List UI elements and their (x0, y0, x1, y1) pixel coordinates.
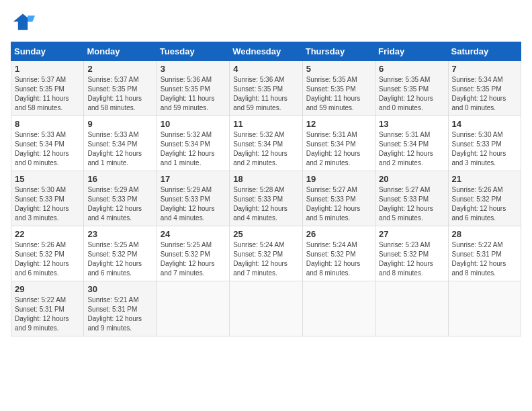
calendar-cell: 1Sunrise: 5:37 AM Sunset: 5:35 PM Daylig… (11, 61, 84, 116)
day-info: Sunrise: 5:22 AM Sunset: 5:31 PM Dayligh… (452, 240, 517, 278)
calendar-table: SundayMondayTuesdayWednesdayThursdayFrid… (11, 42, 521, 336)
day-info: Sunrise: 5:37 AM Sunset: 5:35 PM Dayligh… (15, 75, 80, 113)
calendar-cell (448, 281, 521, 336)
day-number: 7 (452, 64, 517, 74)
calendar-cell: 20Sunrise: 5:27 AM Sunset: 5:33 PM Dayli… (375, 171, 448, 226)
day-info: Sunrise: 5:25 AM Sunset: 5:32 PM Dayligh… (161, 240, 226, 278)
day-number: 27 (379, 229, 444, 239)
calendar-cell: 25Sunrise: 5:24 AM Sunset: 5:32 PM Dayli… (230, 226, 302, 281)
day-number: 1 (15, 64, 80, 74)
day-number: 19 (306, 174, 371, 184)
day-info: Sunrise: 5:27 AM Sunset: 5:33 PM Dayligh… (306, 185, 371, 223)
day-info: Sunrise: 5:31 AM Sunset: 5:34 PM Dayligh… (306, 130, 371, 168)
calendar-cell: 8Sunrise: 5:33 AM Sunset: 5:34 PM Daylig… (11, 116, 84, 171)
calendar-cell: 30Sunrise: 5:21 AM Sunset: 5:31 PM Dayli… (84, 281, 157, 336)
day-info: Sunrise: 5:33 AM Sunset: 5:34 PM Dayligh… (87, 130, 152, 168)
day-info: Sunrise: 5:22 AM Sunset: 5:31 PM Dayligh… (15, 295, 80, 333)
day-info: Sunrise: 5:23 AM Sunset: 5:32 PM Dayligh… (379, 240, 444, 278)
day-number: 4 (233, 64, 298, 74)
day-info: Sunrise: 5:37 AM Sunset: 5:35 PM Dayligh… (87, 75, 152, 113)
day-number: 29 (15, 284, 80, 294)
calendar-cell: 6Sunrise: 5:35 AM Sunset: 5:35 PM Daylig… (375, 61, 448, 116)
day-number: 2 (87, 64, 152, 74)
day-number: 18 (233, 174, 298, 184)
calendar-cell: 24Sunrise: 5:25 AM Sunset: 5:32 PM Dayli… (157, 226, 229, 281)
calendar-cell: 13Sunrise: 5:31 AM Sunset: 5:34 PM Dayli… (375, 116, 448, 171)
day-info: Sunrise: 5:35 AM Sunset: 5:35 PM Dayligh… (306, 75, 371, 113)
calendar-cell: 4Sunrise: 5:36 AM Sunset: 5:35 PM Daylig… (230, 61, 302, 116)
calendar-cell: 5Sunrise: 5:35 AM Sunset: 5:35 PM Daylig… (302, 61, 375, 116)
day-info: Sunrise: 5:30 AM Sunset: 5:33 PM Dayligh… (15, 185, 80, 223)
day-number: 11 (233, 119, 298, 129)
weekday-header-monday: Monday (84, 42, 157, 61)
day-info: Sunrise: 5:26 AM Sunset: 5:32 PM Dayligh… (15, 240, 80, 278)
day-info: Sunrise: 5:33 AM Sunset: 5:34 PM Dayligh… (15, 130, 80, 168)
calendar-week-1: 1Sunrise: 5:37 AM Sunset: 5:35 PM Daylig… (11, 61, 521, 116)
svg-marker-1 (28, 15, 35, 21)
day-number: 23 (87, 229, 152, 239)
calendar-cell: 18Sunrise: 5:28 AM Sunset: 5:33 PM Dayli… (230, 171, 302, 226)
calendar-cell: 2Sunrise: 5:37 AM Sunset: 5:35 PM Daylig… (84, 61, 157, 116)
day-number: 21 (452, 174, 517, 184)
calendar-cell (375, 281, 448, 336)
weekday-header-wednesday: Wednesday (230, 42, 302, 61)
logo-icon (11, 11, 35, 35)
day-number: 12 (306, 119, 371, 129)
day-info: Sunrise: 5:32 AM Sunset: 5:34 PM Dayligh… (233, 130, 298, 168)
day-number: 13 (379, 119, 444, 129)
day-info: Sunrise: 5:25 AM Sunset: 5:32 PM Dayligh… (87, 240, 152, 278)
day-info: Sunrise: 5:36 AM Sunset: 5:35 PM Dayligh… (161, 75, 226, 113)
day-number: 17 (161, 174, 226, 184)
day-number: 8 (15, 119, 80, 129)
calendar-cell: 17Sunrise: 5:29 AM Sunset: 5:33 PM Dayli… (157, 171, 229, 226)
page-header (11, 11, 521, 35)
day-info: Sunrise: 5:29 AM Sunset: 5:33 PM Dayligh… (87, 185, 152, 223)
calendar-body: 1Sunrise: 5:37 AM Sunset: 5:35 PM Daylig… (11, 61, 521, 336)
day-info: Sunrise: 5:29 AM Sunset: 5:33 PM Dayligh… (161, 185, 226, 223)
weekday-header-sunday: Sunday (11, 42, 84, 61)
day-number: 30 (87, 284, 152, 294)
day-number: 20 (379, 174, 444, 184)
day-info: Sunrise: 5:30 AM Sunset: 5:33 PM Dayligh… (452, 130, 517, 168)
day-info: Sunrise: 5:28 AM Sunset: 5:33 PM Dayligh… (233, 185, 298, 223)
day-number: 15 (15, 174, 80, 184)
calendar-cell: 14Sunrise: 5:30 AM Sunset: 5:33 PM Dayli… (448, 116, 521, 171)
calendar-cell (230, 281, 302, 336)
weekday-header-friday: Friday (375, 42, 448, 61)
calendar-cell: 27Sunrise: 5:23 AM Sunset: 5:32 PM Dayli… (375, 226, 448, 281)
day-info: Sunrise: 5:35 AM Sunset: 5:35 PM Dayligh… (379, 75, 444, 113)
day-number: 25 (233, 229, 298, 239)
day-info: Sunrise: 5:21 AM Sunset: 5:31 PM Dayligh… (87, 295, 152, 333)
day-number: 5 (306, 64, 371, 74)
calendar-cell: 12Sunrise: 5:31 AM Sunset: 5:34 PM Dayli… (302, 116, 375, 171)
weekday-header-row: SundayMondayTuesdayWednesdayThursdayFrid… (11, 42, 521, 61)
calendar-week-3: 15Sunrise: 5:30 AM Sunset: 5:33 PM Dayli… (11, 171, 521, 226)
day-number: 16 (87, 174, 152, 184)
day-info: Sunrise: 5:32 AM Sunset: 5:34 PM Dayligh… (161, 130, 226, 168)
calendar-cell: 3Sunrise: 5:36 AM Sunset: 5:35 PM Daylig… (157, 61, 229, 116)
day-info: Sunrise: 5:34 AM Sunset: 5:35 PM Dayligh… (452, 75, 517, 113)
day-number: 22 (15, 229, 80, 239)
calendar-cell (302, 281, 375, 336)
day-info: Sunrise: 5:27 AM Sunset: 5:33 PM Dayligh… (379, 185, 444, 223)
calendar-cell: 10Sunrise: 5:32 AM Sunset: 5:34 PM Dayli… (157, 116, 229, 171)
calendar-cell: 29Sunrise: 5:22 AM Sunset: 5:31 PM Dayli… (11, 281, 84, 336)
calendar-header: SundayMondayTuesdayWednesdayThursdayFrid… (11, 42, 521, 61)
calendar-cell (157, 281, 229, 336)
day-info: Sunrise: 5:24 AM Sunset: 5:32 PM Dayligh… (306, 240, 371, 278)
calendar-cell: 21Sunrise: 5:26 AM Sunset: 5:32 PM Dayli… (448, 171, 521, 226)
calendar-cell: 23Sunrise: 5:25 AM Sunset: 5:32 PM Dayli… (84, 226, 157, 281)
calendar-cell: 28Sunrise: 5:22 AM Sunset: 5:31 PM Dayli… (448, 226, 521, 281)
calendar-cell: 15Sunrise: 5:30 AM Sunset: 5:33 PM Dayli… (11, 171, 84, 226)
day-number: 28 (452, 229, 517, 239)
calendar-cell: 16Sunrise: 5:29 AM Sunset: 5:33 PM Dayli… (84, 171, 157, 226)
day-number: 3 (161, 64, 226, 74)
calendar-week-5: 29Sunrise: 5:22 AM Sunset: 5:31 PM Dayli… (11, 281, 521, 336)
day-info: Sunrise: 5:24 AM Sunset: 5:32 PM Dayligh… (233, 240, 298, 278)
calendar-cell: 7Sunrise: 5:34 AM Sunset: 5:35 PM Daylig… (448, 61, 521, 116)
day-info: Sunrise: 5:26 AM Sunset: 5:32 PM Dayligh… (452, 185, 517, 223)
day-number: 24 (161, 229, 226, 239)
day-info: Sunrise: 5:31 AM Sunset: 5:34 PM Dayligh… (379, 130, 444, 168)
day-number: 10 (161, 119, 226, 129)
calendar-week-4: 22Sunrise: 5:26 AM Sunset: 5:32 PM Dayli… (11, 226, 521, 281)
